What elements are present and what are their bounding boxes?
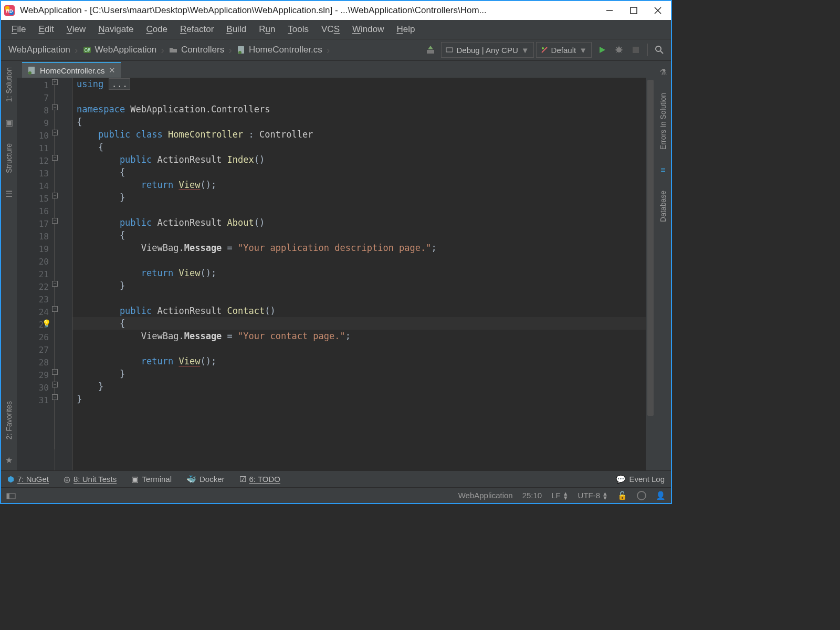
bulb-icon[interactable]: 💡 [42,319,51,328]
target-selector[interactable]: Default ▼ [536,42,592,58]
tool-event-log[interactable]: 💬Event Log [616,475,665,484]
search-button[interactable] [651,42,668,58]
database-icon: ≡ [660,165,665,175]
app-icon: RD [2,3,17,18]
menu-vcs[interactable]: VCS [316,22,345,37]
breadcrumb-folder[interactable]: Controllers [164,45,228,55]
menu-code[interactable]: Code [141,22,173,37]
chevron-right-icon: › [228,44,232,56]
svg-point-11 [238,51,242,54]
scrollbar[interactable]: ⚠ [646,78,655,470]
svg-line-26 [660,51,663,54]
close-button[interactable] [646,1,670,20]
fold-toggle[interactable]: − [52,193,58,198]
fold-gutter: + − − − − − − − − − − [55,78,72,470]
svg-line-20 [616,47,617,48]
code-text[interactable]: using ... namespace WebApplication.Contr… [72,78,655,470]
structure-icon: ☰ [5,189,13,199]
tool-docker[interactable]: 🐳Docker [186,475,225,484]
navbar: WebApplication › C# WebApplication › Con… [1,39,671,61]
menu-run[interactable]: Run [254,22,280,37]
run-button[interactable] [594,42,611,58]
tab-bar: HomeController.cs ✕ [17,61,655,78]
stop-button[interactable] [627,42,644,58]
bottom-tool-strip: ⬢7: NuGet ◎8: Unit Tests ▣Terminal 🐳Dock… [1,470,671,487]
fold-toggle[interactable]: − [52,130,58,135]
svg-line-21 [621,51,622,52]
progress-icon[interactable] [637,491,646,500]
lock-icon[interactable]: 🔓 [617,491,627,500]
fold-toggle[interactable]: − [52,281,58,287]
close-tab-icon[interactable]: ✕ [109,66,116,75]
status-context[interactable]: WebApplication [458,491,513,500]
menu-window[interactable]: Window [347,22,389,37]
right-tool-gutter: ⚗ Errors In Solution ≡ Database [655,61,671,470]
debug-button[interactable] [611,42,627,58]
build-icon[interactable] [422,42,439,58]
file-tab-label: HomeController.cs [40,66,104,75]
inspector-icon[interactable]: 👤 [656,491,666,500]
menu-refactor[interactable]: Refactor [175,22,219,37]
tool-terminal[interactable]: ▣Terminal [131,475,172,484]
left-tool-gutter: 1: Solution ▣ Structure ☰ 2: Favorites ★ [1,61,17,470]
svg-point-28 [28,71,32,75]
tool-nuget[interactable]: ⬢7: NuGet [7,475,49,484]
status-icon[interactable] [6,492,16,499]
svg-line-23 [616,51,617,52]
svg-rect-24 [633,47,639,53]
menu-build[interactable]: Build [221,22,251,37]
line-number-gutter: 1 7 8 9 10 11 12 13 14 15 16 17 18 19 20… [17,78,55,470]
fold-toggle[interactable]: − [52,104,58,110]
status-caret-pos[interactable]: 25:10 [522,491,542,500]
fold-toggle[interactable]: + [52,79,58,85]
chevron-right-icon: › [161,44,164,56]
tool-todo[interactable]: ☑6: TODO [239,475,280,484]
tool-errors[interactable]: Errors In Solution [659,93,667,150]
chevron-right-icon: › [75,44,78,56]
star-icon: ★ [5,455,13,465]
menu-file[interactable]: File [6,22,31,37]
chevron-right-icon: › [327,44,330,56]
tool-unit-tests[interactable]: ◎8: Unit Tests [64,475,117,484]
fold-toggle[interactable]: − [52,306,58,312]
editor: HomeController.cs ✕ 1 7 8 9 10 11 12 13 … [17,61,655,470]
code-area[interactable]: 1 7 8 9 10 11 12 13 14 15 16 17 18 19 20… [17,78,655,470]
minimize-button[interactable] [597,1,622,20]
breadcrumb-project[interactable]: C# WebApplication [78,45,161,55]
fold-toggle[interactable]: − [52,394,58,400]
svg-text:C#: C# [84,48,90,53]
svg-rect-13 [446,48,453,52]
window-title: WebApplication - [C:\Users\maart\Desktop… [20,5,597,16]
svg-text:RD: RD [6,8,13,14]
menu-help[interactable]: Help [391,22,420,37]
tool-favorites[interactable]: 2: Favorites [5,401,13,439]
tool-structure[interactable]: Structure [5,143,13,173]
fold-toggle[interactable]: − [52,369,58,375]
fold-toggle[interactable]: − [52,382,58,387]
maximize-button[interactable] [622,1,646,20]
breadcrumb-file[interactable]: HomeController.cs [232,45,327,55]
titlebar: RD WebApplication - [C:\Users\maart\Desk… [1,1,671,20]
tool-database[interactable]: Database [659,191,667,222]
solution-icon: ▣ [5,118,13,128]
fold-toggle[interactable]: − [52,155,58,161]
main-row: 1: Solution ▣ Structure ☰ 2: Favorites ★… [1,61,671,470]
fold-toggle[interactable]: − [52,218,58,224]
status-encoding[interactable]: UTF-8▲▼ [578,491,608,500]
menu-tools[interactable]: Tools [282,22,314,37]
file-tab[interactable]: HomeController.cs ✕ [22,62,121,78]
tool-solution[interactable]: 1: Solution [5,67,13,102]
menu-edit[interactable]: Edit [33,22,59,37]
svg-rect-30 [7,494,9,499]
menu-navigate[interactable]: Navigate [93,22,139,37]
svg-rect-5 [631,7,637,14]
menubar: File Edit View Navigate Code Refactor Bu… [1,20,671,39]
run-config-selector[interactable]: Debug | Any CPU ▼ [441,42,533,58]
menu-view[interactable]: View [61,22,91,37]
status-bar: WebApplication 25:10 LF▲▼ UTF-8▲▼ 🔓 👤 [1,487,671,503]
svg-rect-12 [427,50,434,54]
svg-point-25 [656,46,661,51]
breadcrumb-solution[interactable]: WebApplication [4,45,75,55]
scroll-thumb[interactable] [647,80,654,416]
status-line-ending[interactable]: LF▲▼ [551,491,568,500]
